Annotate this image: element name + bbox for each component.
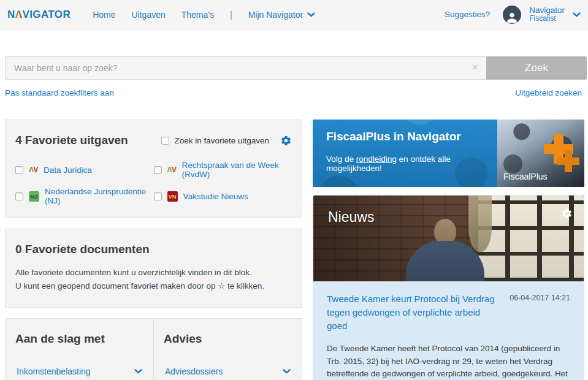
news-gear-icon[interactable] — [561, 208, 573, 219]
chevron-down-icon — [307, 12, 315, 17]
user-avatar[interactable] — [503, 6, 521, 24]
publication-checkbox[interactable] — [154, 166, 162, 174]
publication-link[interactable]: Rechtspraak van de Week (RvdW) — [182, 161, 292, 179]
advies-label: Adviesdossiers — [165, 367, 223, 376]
search-bar: × Zoek — [5, 56, 587, 80]
gear-icon[interactable] — [280, 135, 292, 146]
nav-themas[interactable]: Thema's — [181, 10, 214, 20]
av-logo-icon: ΛV — [167, 165, 177, 174]
logo-text: N — [7, 9, 15, 20]
getting-started-panel: Aan de slag met Inkomstenbelasting Venno… — [5, 318, 302, 380]
favorite-publication-item[interactable]: ΛV Rechtspraak van de Week (RvdW) — [154, 161, 292, 179]
favorite-publication-item[interactable]: NJ Nederlandse Jurisprudentie (NJ) — [15, 187, 154, 205]
adjust-filters-link[interactable]: Pas standaard zoekfilters aan — [5, 88, 114, 97]
nav-home[interactable]: Home — [93, 10, 115, 20]
banner-title: FiscaalPlus in Navigator — [326, 130, 484, 143]
search-input[interactable] — [5, 56, 486, 80]
publication-link[interactable]: Data Juridica — [44, 165, 92, 175]
user-name: Navigator — [529, 6, 565, 15]
topic-label: Inkomstenbelasting — [17, 367, 91, 376]
news-title: Nieuws — [328, 209, 374, 226]
publication-link[interactable]: Nederlandse Jurisprudentie (NJ) — [45, 187, 154, 205]
favorite-publication-item[interactable]: VN Vakstudie Nieuws — [154, 187, 292, 205]
advies-title: Advies — [164, 332, 292, 346]
nj-badge-icon: NJ — [29, 191, 39, 202]
nav-separator: | — [230, 10, 232, 20]
search-in-favorites-checkbox-row[interactable]: Zoek in favoriete uitgaven — [161, 136, 269, 145]
favorite-publications-title: 4 Favoriete uitgaven — [15, 134, 128, 147]
topic-inkomstenbelasting[interactable]: Inkomstenbelasting — [15, 359, 143, 380]
news-hero-image: Nieuws — [313, 196, 584, 281]
advanced-search-link[interactable]: Uitgebreid zoeken — [515, 88, 582, 97]
search-links-row: Pas standaard zoekfilters aan Uitgebreid… — [5, 88, 582, 97]
article-date: 06-04-2017 14:21 — [510, 292, 570, 332]
favorite-documents-panel: 0 Favoriete documenten Alle favoriete do… — [5, 229, 302, 308]
av-logo-icon: ΛV — [29, 165, 38, 174]
user-menu-chevron-down-icon[interactable] — [573, 12, 581, 17]
publication-link[interactable]: Vakstudie Nieuws — [183, 192, 248, 201]
person-drinking-coffee-image — [399, 219, 491, 281]
publication-checkbox[interactable] — [15, 166, 23, 174]
favorite-publication-item[interactable]: ΛV Data Juridica — [15, 161, 154, 179]
person-icon — [505, 10, 519, 24]
article-body: De Tweede Kamer heeft het Protocol van 2… — [327, 343, 570, 380]
fiscaalplus-banner[interactable]: FiscaalPlus in Navigator Volg de rondlei… — [313, 120, 584, 187]
search-in-favorites-checkbox[interactable] — [161, 137, 169, 145]
nav-mijn-navigator[interactable]: Mijn Navigator — [248, 10, 315, 20]
publication-checkbox[interactable] — [154, 192, 162, 200]
clear-search-icon[interactable]: × — [472, 61, 478, 75]
nav-uitgaven[interactable]: Uitgaven — [131, 10, 165, 20]
article-title-link[interactable]: Tweede Kamer keurt Protocol bij Verdrag … — [327, 292, 495, 332]
vn-badge-icon: VN — [167, 191, 178, 202]
advies-adviesdossiers[interactable]: Adviesdossiers — [164, 359, 292, 380]
favorite-documents-title: 0 Favoriete documenten — [15, 243, 292, 256]
top-navigation-bar: NΛVIGATOR Home Uitgaven Thema's | Mijn N… — [0, 0, 588, 29]
rondleiding-link[interactable]: rondleiding — [356, 154, 397, 164]
navigator-logo[interactable]: NΛVIGATOR — [7, 9, 71, 21]
user-role: Fiscalist — [529, 15, 565, 23]
search-button[interactable]: Zoek — [486, 56, 587, 80]
chevron-down-icon[interactable] — [134, 369, 142, 374]
getting-started-title: Aan de slag met — [15, 332, 143, 346]
banner-text: Volg de rondleiding en ontdek alle mogel… — [326, 154, 484, 173]
fiscaalplus-label: FiscaalPlus — [503, 172, 548, 181]
logo-text: VIGATOR — [22, 9, 71, 20]
favorite-documents-text: Alle favoriete documenten kunt u overzic… — [15, 266, 292, 292]
news-panel: Nieuws Tweede Kamer keurt Protocol bij V… — [313, 195, 584, 380]
suggestions-link[interactable]: Suggesties? — [445, 10, 490, 19]
fiscaalplus-plus-icon — [535, 133, 583, 177]
header-right: Suggesties? Navigator Fiscalist — [445, 6, 581, 24]
fiscaalplus-photo: FiscaalPlus — [497, 120, 584, 187]
user-identity[interactable]: Navigator Fiscalist — [529, 6, 565, 23]
main-nav: Home Uitgaven Thema's | Mijn Navigator — [93, 10, 315, 20]
favorite-publications-panel: 4 Favoriete uitgaven Zoek in favoriete u… — [5, 120, 302, 218]
logo-a-mark-icon: Λ — [15, 9, 23, 20]
news-article: Tweede Kamer keurt Protocol bij Verdrag … — [313, 281, 584, 380]
publication-checkbox[interactable] — [15, 192, 23, 200]
chevron-down-icon[interactable] — [283, 369, 291, 374]
nav-mijn-navigator-label: Mijn Navigator — [248, 10, 303, 20]
search-in-favorites-label: Zoek in favoriete uitgaven — [174, 136, 269, 145]
